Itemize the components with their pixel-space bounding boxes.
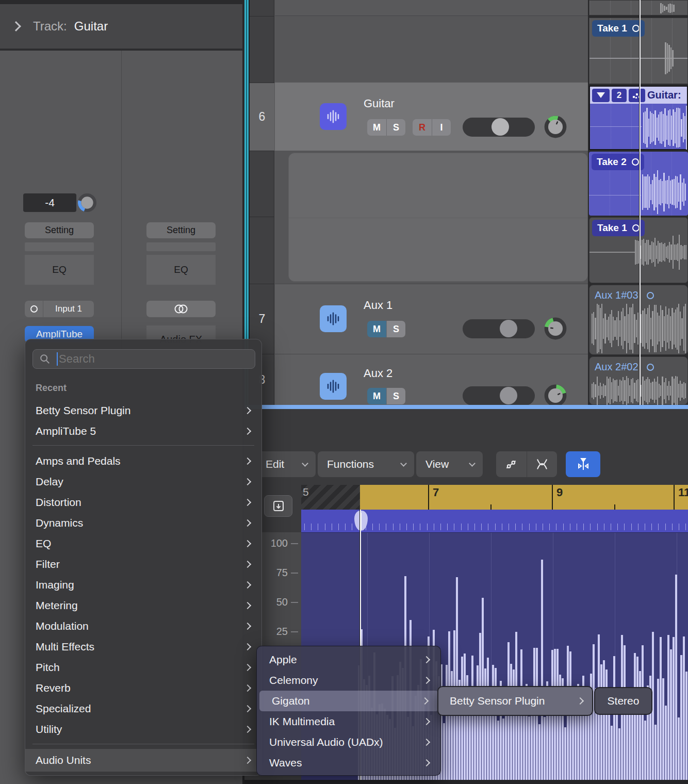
channel-setting-button[interactable]: Setting [146,222,216,238]
volume-slider-thumb[interactable] [500,320,517,337]
flex-button[interactable] [527,451,558,477]
region-aux2[interactable]: Aux 2#02 [589,356,688,405]
audio-track-icon[interactable] [320,103,347,130]
menu-item-betty-sensor-plugin[interactable]: Betty Sensor Plugin [25,400,261,421]
track-header-aux2[interactable]: Aux 2 M S [275,354,588,405]
take-folder-header[interactable]: 2 Guitar: [590,87,687,104]
eq-slot[interactable]: EQ [146,255,216,285]
region-guitar-folder[interactable]: 2 Guitar: [589,86,688,150]
track-name[interactable]: Aux 1 [364,299,392,312]
mute-button[interactable]: M [367,388,386,404]
volume-slider[interactable] [463,118,535,137]
pan-knob[interactable] [544,317,567,340]
menu-item-amplitube-5[interactable]: AmpliTube 5 [25,421,261,442]
solo-button[interactable]: S [386,388,405,404]
take-label-badge[interactable]: Take 1 [592,20,645,37]
input-mode-icon[interactable] [25,301,43,317]
catch-playhead-button[interactable] [566,451,600,477]
region-take2[interactable]: Take 2 [589,152,688,216]
eq-slot[interactable]: EQ [25,255,94,285]
channel-setting-button[interactable]: Setting [25,222,94,238]
track-number-label: 7 [259,312,266,326]
volume-slider-thumb[interactable] [500,387,517,404]
ruler-prelude[interactable]: 5 [301,485,360,510]
window-divider[interactable] [244,405,688,409]
solo-button[interactable]: S [386,119,405,136]
volume-slider[interactable] [463,386,535,405]
menu-item-label: Filter [36,558,60,570]
volume-slider-thumb[interactable] [492,118,509,136]
menu-item-multi-effects[interactable]: Multi Effects [25,636,261,657]
take-folder-lane-area[interactable] [288,153,588,282]
menu-item-imaging[interactable]: Imaging [25,575,261,595]
menu-item-dynamics[interactable]: Dynamics [25,513,261,533]
menu-item-waves[interactable]: Waves [257,753,440,773]
menu-item-filter[interactable]: Filter [25,554,261,575]
menu-item-apple[interactable]: Apple [257,649,440,670]
track-header-guitar[interactable]: Guitar M S R I [275,83,588,151]
plugin-search-field[interactable] [32,349,255,369]
track-number-cell[interactable] [250,217,274,284]
region-aux1[interactable]: Aux 1#03 [589,285,688,355]
menu-item-reverb[interactable]: Reverb [25,678,261,698]
inspector-header[interactable]: Track: Guitar [0,4,242,50]
waveform [660,3,675,14]
input-monitor-button[interactable]: I [432,119,451,136]
track-name[interactable]: Guitar [364,97,395,110]
track-number-cell[interactable] [250,151,274,217]
pan-knob[interactable] [544,116,567,138]
menu-item-ik-multimedia[interactable]: IK Multimedia [257,711,440,732]
mute-button[interactable]: M [367,119,386,136]
functions-menu-button[interactable]: Functions [318,451,414,477]
menu-item-pitch[interactable]: Pitch [25,657,261,678]
edit-menu-button[interactable]: Edit [256,451,316,477]
take-count-badge[interactable]: 2 [612,89,627,102]
region-take1[interactable]: Take 1 [589,217,688,283]
waveform [592,304,686,353]
menu-item-audio-units[interactable]: Audio Units [25,749,261,772]
menu-item-label: Universal Audio (UADx) [269,736,383,748]
volume-slider[interactable] [463,319,535,338]
track-name[interactable]: Aux 2 [364,367,392,380]
menu-item-betty-sensor-plugin-submenu[interactable]: Betty Sensor Plugin [437,686,593,716]
solo-button[interactable]: S [386,321,405,337]
automation-button[interactable] [496,451,527,477]
menu-item-universal-audio-uadx[interactable]: Universal Audio (UADx) [257,732,440,753]
view-menu-button[interactable]: View [416,451,483,477]
record-enable-button[interactable]: R [413,119,432,136]
search-input[interactable] [59,352,255,366]
chevron-down-icon [400,460,407,467]
menu-item-modulation[interactable]: Modulation [25,616,261,636]
disclosure-chevron-icon[interactable] [11,21,21,31]
menu-item-specialized[interactable]: Specialized [25,698,261,719]
take-label-badge[interactable]: Take 2 [592,154,644,170]
playhead[interactable] [640,0,641,405]
menu-item-amps-and-pedals[interactable]: Amps and Pedals [25,451,261,471]
region-take1-top[interactable]: Take 1 [589,18,688,84]
gain-value-box[interactable]: -4 [23,193,76,212]
menu-item-utility[interactable]: Utility [25,719,261,740]
input-slot[interactable]: Input 1 [25,301,94,317]
pan-knob[interactable] [544,384,567,405]
gain-knob[interactable] [78,193,96,212]
track-header-aux1[interactable]: Aux 1 M S [275,284,588,354]
bar-ruler[interactable]: 7 9 11 [360,485,688,510]
menu-item-celemony[interactable]: Celemony [257,670,440,691]
mute-button[interactable]: M [367,321,386,337]
aux-track-icon[interactable] [320,373,347,400]
take-folder-icon[interactable] [629,89,645,102]
menu-item-metering[interactable]: Metering [25,595,261,616]
stereo-format-button[interactable] [146,301,216,317]
aux-track-icon[interactable] [320,305,347,332]
disclosure-triangle-icon[interactable] [592,89,610,102]
menu-item-distortion[interactable]: Distortion [25,492,261,513]
track-number-cell[interactable] [250,16,274,83]
take-lane-sliver[interactable] [589,0,688,15]
track-number-6[interactable]: 6 [250,83,274,151]
menu-item-delay[interactable]: Delay [25,471,261,492]
menu-item-eq[interactable]: EQ [25,533,261,554]
menu-item-stereo[interactable]: Stereo [594,687,652,715]
chevron-right-icon [423,677,430,684]
menu-item-gigaton[interactable]: Gigaton [259,691,439,711]
region-content-link-button[interactable] [264,495,292,517]
